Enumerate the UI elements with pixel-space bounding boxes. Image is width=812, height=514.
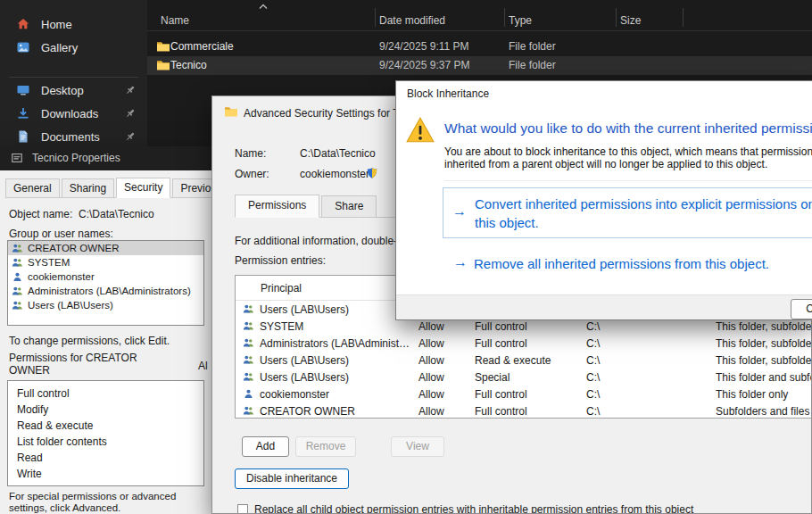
properties-title-bar: Tecnico Properties	[0, 146, 211, 170]
block-inheritance-dialog: Block Inheritance What would you like to…	[395, 80, 812, 320]
tab-permissions[interactable]: Permissions	[235, 195, 319, 218]
info-text: For additional information, double-	[235, 235, 397, 247]
list-item-users[interactable]: Users (LAB\Users)	[8, 298, 203, 312]
tab-sharing[interactable]: Sharing	[62, 178, 114, 198]
principal-column-header: Principal	[261, 282, 302, 294]
group-icon	[12, 286, 23, 297]
file-name: Commerciale	[170, 40, 234, 53]
gallery-icon	[16, 40, 30, 54]
column-header-type[interactable]: Type	[509, 12, 532, 29]
view-button[interactable]: View	[391, 436, 444, 457]
pin-icon	[124, 130, 137, 143]
permission-item[interactable]: Read	[8, 450, 203, 466]
entry-applies-to: This folder, subfolders and files	[716, 320, 812, 333]
entry-inherited-from: C:\	[586, 388, 600, 401]
permission-item[interactable]: Full control	[8, 386, 203, 402]
entry-applies-to: This folder, subfolders and files	[716, 354, 812, 367]
entry-inherited-from: C:\	[586, 320, 600, 333]
column-divider[interactable]	[504, 8, 505, 27]
list-item-system[interactable]: SYSTEM	[8, 255, 203, 269]
entry-access: Full control	[475, 320, 527, 333]
entry-access: Full control	[475, 337, 527, 350]
list-item-creator-owner[interactable]: CREATOR OWNER	[8, 241, 203, 255]
tab-previous-versions[interactable]: Previous Versions	[172, 178, 211, 198]
folder-icon	[224, 104, 238, 119]
permission-entry-row[interactable]: Administrators (LAB\Administrators) Allo…	[236, 335, 812, 352]
group-icon	[243, 303, 254, 315]
permission-item[interactable]: List folder contents	[8, 434, 203, 450]
add-button[interactable]: Add	[242, 436, 289, 457]
permission-entry-row[interactable]: CREATOR OWNER Allow Full control C:\ Sub…	[236, 402, 812, 419]
group-icon	[12, 257, 23, 269]
entry-principal: CREATOR OWNER	[260, 405, 355, 418]
sidebar-item-label: Desktop	[41, 84, 84, 97]
properties-body: GeneralSharingSecurityPrevious Versions …	[0, 170, 211, 514]
convert-permissions-command-link[interactable]: → Convert inherited permissions into exp…	[443, 187, 812, 238]
cancel-button[interactable]: Cancel	[791, 299, 812, 319]
tab-security[interactable]: Security	[116, 178, 170, 198]
remove-button[interactable]: Remove	[295, 436, 356, 457]
advanced-hint: For special permissions or advanced sett…	[9, 491, 207, 514]
column-header-size[interactable]: Size	[620, 12, 641, 29]
divider	[444, 180, 812, 181]
file-list-header: Name Date modified Type Size	[147, 0, 812, 31]
properties-tab-strip: GeneralSharingSecurityPrevious Versions	[5, 178, 211, 198]
column-divider[interactable]	[616, 8, 617, 27]
entry-applies-to: Subfolders and files only	[716, 405, 812, 418]
sidebar-item-documents[interactable]: Documents	[0, 125, 147, 148]
file-type: File folder	[509, 40, 556, 53]
permissions-list[interactable]: Full control Modify Read & execute List …	[7, 380, 204, 486]
group-user-list[interactable]: CREATOR OWNER SYSTEM cookiemonster Admin…	[7, 240, 204, 326]
entry-principal: SYSTEM	[260, 320, 303, 333]
column-header-date-modified[interactable]: Date modified	[379, 12, 445, 29]
group-icon	[243, 320, 254, 332]
folder-icon	[156, 58, 170, 72]
list-item-administrators[interactable]: Administrators (LAB\Administrators)	[8, 284, 203, 298]
permission-entry-row[interactable]: Users (LAB\Users) Allow Special C:\ This…	[236, 369, 812, 386]
object-name-value: C:\Data\Tecnico	[79, 208, 154, 220]
user-icon	[12, 271, 23, 283]
entry-principal: Administrators (LAB\Administrators)	[260, 337, 413, 350]
column-divider[interactable]	[375, 8, 376, 27]
principal-name: Users (LAB\Users)	[28, 300, 113, 311]
replace-permissions-checkbox[interactable]	[237, 504, 248, 514]
entry-applies-to: This folder, subfolders and files	[716, 337, 812, 350]
disable-inheritance-button[interactable]: Disable inheritance	[235, 468, 349, 489]
file-row-commerciale[interactable]: Commerciale 9/24/2025 9:11 PM File folde…	[147, 37, 812, 56]
sidebar-item-downloads[interactable]: Downloads	[0, 102, 147, 125]
permission-entry-row[interactable]: cookiemonster Allow Full control C:\ Thi…	[236, 386, 812, 402]
dialog-title: Tecnico Properties	[32, 152, 120, 164]
principal-name: SYSTEM	[28, 257, 70, 268]
entry-access: Special	[475, 371, 510, 384]
entry-inherited-from: C:\	[586, 354, 600, 367]
sidebar-item-label: Home	[41, 18, 72, 31]
command-link-arrow-icon: →	[452, 203, 467, 220]
permission-item[interactable]: Read & execute	[8, 418, 203, 434]
tab-general[interactable]: General	[5, 178, 60, 198]
entry-access: Read & execute	[475, 354, 551, 367]
file-date: 9/24/2025 9:11 PM	[379, 40, 469, 53]
permission-item[interactable]: Modify	[8, 402, 203, 418]
desktop-icon	[16, 83, 30, 97]
list-item-cookiemonster[interactable]: cookiemonster	[8, 269, 203, 284]
command-link-arrow-icon: →	[453, 254, 468, 270]
principal-name: cookiemonster	[28, 271, 95, 282]
permission-item[interactable]: Write	[8, 466, 203, 482]
sidebar-item-desktop[interactable]: Desktop	[0, 79, 147, 102]
group-icon	[12, 300, 23, 311]
file-row-tecnico[interactable]: Tecnico 9/24/2025 9:37 PM File folder	[147, 56, 812, 75]
sidebar-item-home[interactable]: Home	[0, 12, 147, 36]
user-icon	[243, 388, 254, 400]
column-header-name[interactable]: Name	[161, 12, 189, 29]
documents-icon	[16, 129, 30, 144]
tecnico-properties-dialog: Tecnico Properties GeneralSharingSecurit…	[0, 146, 211, 514]
sidebar-item-label: Documents	[41, 130, 100, 144]
tab-share[interactable]: Share	[321, 195, 377, 218]
permission-entry-row[interactable]: Users (LAB\Users) Allow Read & execute C…	[236, 352, 812, 369]
object-name-label: Object name:	[9, 208, 72, 220]
column-divider[interactable]	[683, 8, 684, 27]
entry-type: Allow	[418, 320, 444, 333]
group-icon	[12, 243, 23, 254]
groups-label: Group or user names:	[9, 228, 113, 240]
sidebar-item-gallery[interactable]: Gallery	[0, 36, 147, 59]
